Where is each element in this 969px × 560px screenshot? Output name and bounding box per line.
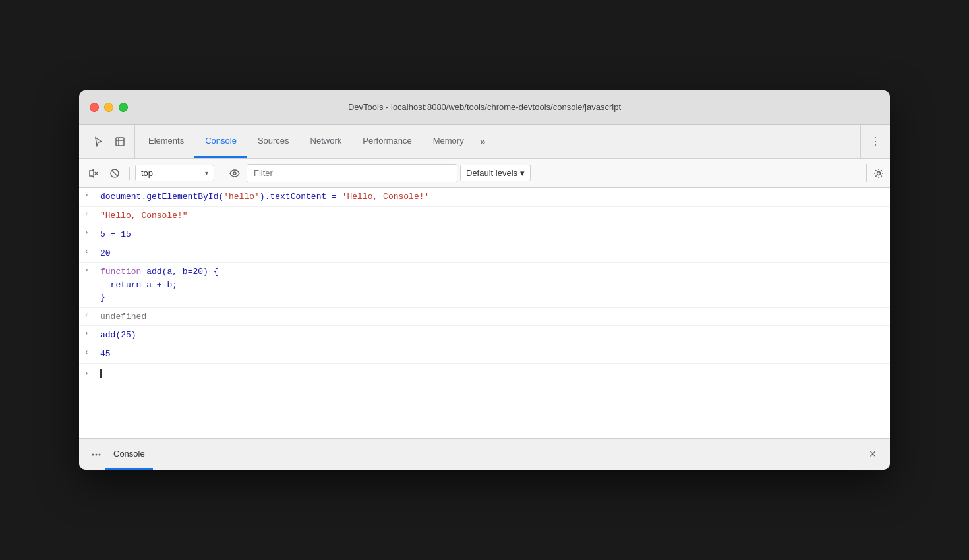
output-prefix-8: ‹ bbox=[84, 348, 98, 356]
tab-elements[interactable]: Elements bbox=[138, 125, 194, 158]
code-line-2: return a + b; bbox=[100, 279, 885, 292]
tab-console[interactable]: Console bbox=[194, 125, 247, 158]
window-title: DevTools - localhost:8080/web/tools/chro… bbox=[348, 102, 621, 112]
inspect-icon-btn[interactable] bbox=[111, 132, 129, 151]
bottom-console-tab[interactable]: Console bbox=[105, 439, 153, 470]
tab-bar-icons bbox=[84, 125, 135, 158]
console-toolbar: top ▾ Default levels ▾ bbox=[79, 159, 890, 188]
code-line-3: } bbox=[100, 291, 885, 304]
default-levels-button[interactable]: Default levels ▾ bbox=[460, 165, 531, 181]
tab-bar: Elements Console Sources Network Perform… bbox=[79, 125, 890, 159]
bottom-close-button[interactable]: × bbox=[864, 445, 882, 464]
tab-memory[interactable]: Memory bbox=[423, 125, 475, 158]
traffic-lights bbox=[90, 103, 128, 112]
minimize-button[interactable] bbox=[104, 103, 113, 112]
svg-point-8 bbox=[92, 453, 94, 455]
console-line-content-3: 5 + 15 bbox=[100, 228, 885, 241]
cursor-icon-btn[interactable] bbox=[90, 132, 108, 151]
tab-more-button[interactable]: » bbox=[475, 125, 491, 158]
settings-icon-btn[interactable] bbox=[866, 164, 885, 182]
output-prefix-2: ‹ bbox=[84, 210, 98, 218]
console-line-content-5: function add(a, b=20) { return a + b; } bbox=[100, 266, 885, 304]
console-line-content-6: undefined bbox=[100, 310, 885, 323]
context-selector[interactable]: top ▾ bbox=[135, 165, 214, 181]
console-line-8: ‹ 45 bbox=[79, 345, 890, 364]
context-arrow-icon: ▾ bbox=[205, 169, 208, 177]
console-line-5: › function add(a, b=20) { return a + b; … bbox=[79, 263, 890, 308]
close-button[interactable] bbox=[90, 103, 99, 112]
svg-point-7 bbox=[877, 171, 880, 175]
console-line-6: ‹ undefined bbox=[79, 308, 890, 327]
input-prefix-1: › bbox=[84, 190, 98, 199]
console-line-7: › add(25) bbox=[79, 326, 890, 345]
default-levels-arrow: ▾ bbox=[520, 168, 525, 178]
clear-console-button[interactable] bbox=[84, 164, 103, 182]
console-input-line[interactable]: › bbox=[79, 364, 890, 383]
console-line-content-1: document.getElementById('hello').textCon… bbox=[100, 190, 885, 204]
toolbar-divider bbox=[129, 167, 130, 180]
tab-performance[interactable]: Performance bbox=[352, 125, 422, 158]
bottom-more-button[interactable] bbox=[87, 445, 105, 464]
input-prefix-7: › bbox=[84, 329, 98, 337]
more-options-button[interactable]: ⋮ bbox=[866, 132, 885, 151]
devtools-window: DevTools - localhost:8080/web/tools/chro… bbox=[79, 90, 890, 470]
title-bar: DevTools - localhost:8080/web/tools/chro… bbox=[79, 90, 890, 125]
svg-marker-1 bbox=[90, 169, 94, 177]
input-prefix-5: › bbox=[84, 266, 98, 274]
input-prefix-3: › bbox=[84, 228, 98, 237]
console-line-content-7: add(25) bbox=[100, 329, 885, 342]
svg-point-6 bbox=[233, 172, 236, 175]
svg-point-9 bbox=[96, 453, 98, 455]
output-prefix-6: ‹ bbox=[84, 310, 98, 319]
code-line-1: function add(a, b=20) { bbox=[100, 266, 885, 279]
console-cursor bbox=[100, 369, 102, 378]
output-prefix-4: ‹ bbox=[84, 247, 98, 256]
context-value: top bbox=[141, 168, 201, 178]
block-icon-btn[interactable] bbox=[105, 164, 124, 182]
filter-input[interactable] bbox=[247, 164, 457, 182]
console-line-1: › document.getElementById('hello').textC… bbox=[79, 188, 890, 207]
bottom-bar: Console × bbox=[79, 438, 890, 470]
tab-sources[interactable]: Sources bbox=[247, 125, 300, 158]
console-output[interactable]: › document.getElementById('hello').textC… bbox=[79, 188, 890, 438]
tab-items: Elements Console Sources Network Perform… bbox=[138, 125, 860, 158]
svg-rect-0 bbox=[116, 138, 124, 146]
svg-line-5 bbox=[112, 171, 117, 176]
active-input-prefix: › bbox=[84, 369, 98, 378]
tab-network[interactable]: Network bbox=[300, 125, 353, 158]
tab-bar-end: ⋮ bbox=[860, 125, 885, 158]
console-line-content-4: 20 bbox=[100, 247, 885, 260]
toolbar-divider-2 bbox=[220, 167, 220, 180]
active-input-content bbox=[100, 367, 885, 380]
maximize-button[interactable] bbox=[119, 103, 128, 112]
console-line-content-2: "Hello, Console!" bbox=[100, 210, 885, 223]
console-line-2: ‹ "Hello, Console!" bbox=[79, 207, 890, 226]
eye-icon-btn[interactable] bbox=[225, 164, 244, 182]
console-line-content-8: 45 bbox=[100, 348, 885, 361]
console-line-4: ‹ 20 bbox=[79, 244, 890, 264]
svg-point-10 bbox=[99, 453, 101, 455]
console-line-3: › 5 + 15 bbox=[79, 225, 890, 244]
